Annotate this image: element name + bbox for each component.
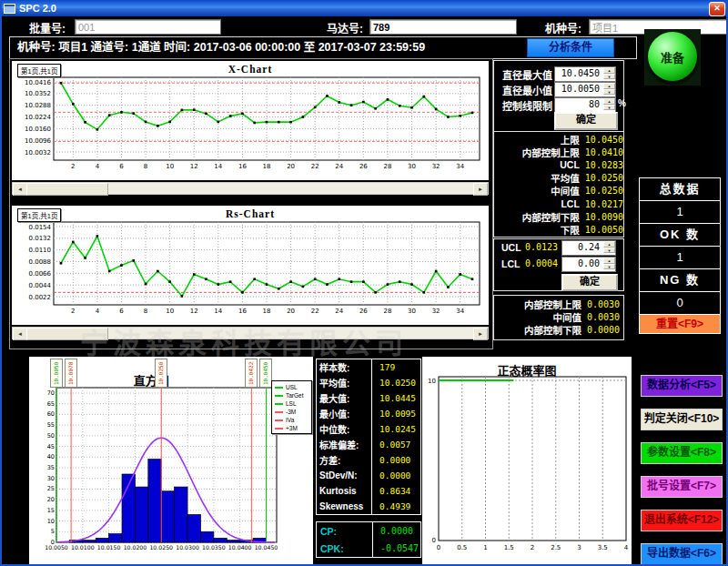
svg-text:10: 10: [166, 308, 174, 315]
svg-text:10.0096: 10.0096: [25, 137, 51, 145]
cp-row: CPK:-0.0547: [317, 540, 420, 557]
stat-row: 最大值:10.0445: [317, 390, 420, 406]
limits-panel: 上限10.0450内部控制上限10.0410UCL10.0283平均值10.02…: [493, 131, 624, 238]
spin-down-icon[interactable]: ▼: [603, 89, 615, 96]
svg-text:24: 24: [335, 163, 343, 170]
x-chart-scrollbar[interactable]: ◄ ►: [12, 182, 489, 195]
scroll-left-icon[interactable]: ◄: [13, 183, 27, 196]
svg-text:34: 34: [456, 163, 464, 170]
diameter-min-spinner[interactable]: ▲▼: [554, 82, 616, 97]
analysis-condition-button[interactable]: 分析条件: [527, 38, 614, 57]
spin-down-icon[interactable]: ▼: [603, 105, 615, 111]
svg-text:0.0066: 0.0066: [29, 270, 52, 278]
spin-down-icon[interactable]: ▼: [603, 264, 615, 270]
inner-control-panel: 内部控制上限0.0030中间值0.0030内部控制下限0.0000: [493, 295, 624, 340]
svg-text:1: 1: [483, 544, 487, 551]
ng-count-value: 0: [639, 291, 721, 315]
svg-text:34: 34: [456, 308, 464, 315]
legend-item: TarGet: [275, 391, 311, 399]
svg-text:10.0350: 10.0350: [202, 544, 226, 551]
side-button-6[interactable]: 导出数据<F6>: [641, 543, 723, 565]
control-charts-panel: 第1页,共1页 X-Chart 10.041610.035210.028810.…: [9, 58, 493, 349]
svg-text:26: 26: [359, 308, 368, 315]
svg-text:10: 10: [428, 378, 436, 385]
control-limit-spinner[interactable]: ▲▼: [554, 97, 616, 113]
limit-value: 10.0410: [580, 147, 623, 157]
motor-label: 马达号:: [327, 20, 363, 35]
inner-control-row: 内部控制上限0.0030: [494, 298, 623, 310]
stat-label: Skewness: [317, 499, 372, 514]
diameter-max-label: 直径最大值: [502, 67, 552, 82]
close-button[interactable]: ✕: [709, 2, 725, 16]
diameter-max-input[interactable]: [555, 67, 601, 79]
scroll-left-icon[interactable]: ◄: [13, 328, 27, 340]
ucl-label: UCL: [501, 242, 521, 253]
control-limit-input[interactable]: [555, 98, 601, 110]
inner-control-label: 内部控制下限: [494, 323, 581, 337]
svg-text:22: 22: [311, 163, 319, 170]
rs-chart-scrollbar[interactable]: ◄ ►: [12, 327, 489, 339]
side-button-1[interactable]: 数据分析<F5>: [641, 375, 723, 397]
stat-row: 样本数:179: [317, 359, 420, 375]
histogram-marker-10.0050: 10.0050: [50, 359, 63, 388]
ready-lamp-circle[interactable]: 准备: [648, 32, 697, 81]
inner-control-value: 0.0000: [581, 325, 620, 335]
side-button-5[interactable]: 退出系统<F12>: [641, 510, 723, 531]
svg-text:32: 32: [432, 308, 440, 315]
motor-input[interactable]: [369, 19, 517, 35]
scroll-right-icon[interactable]: ►: [473, 328, 488, 340]
svg-text:0.0044: 0.0044: [29, 282, 52, 289]
diameter-max-spinner[interactable]: ▲▼: [554, 66, 616, 82]
limit-row: 中间值10.0250: [494, 185, 623, 197]
ucl-spinner[interactable]: ▲▼: [561, 240, 616, 256]
ng-count-label: NG 数: [639, 268, 721, 292]
svg-text:45: 45: [47, 443, 55, 450]
side-button-3[interactable]: 参数设置<F8>: [641, 442, 723, 464]
legend-item: +3M: [275, 424, 311, 432]
svg-text:4: 4: [96, 308, 100, 315]
diameter-min-input[interactable]: [555, 83, 601, 95]
limit-value: 10.0250: [580, 186, 623, 196]
total-data-label: 总数据: [639, 177, 721, 201]
params-confirm-button[interactable]: 确定: [554, 112, 618, 130]
limit-row: 下限10.0050: [494, 223, 623, 236]
svg-text:10.0032: 10.0032: [25, 149, 51, 157]
stat-value: 0.0000: [372, 470, 410, 480]
stat-label: 最大值:: [317, 390, 372, 406]
svg-text:0.0154: 0.0154: [29, 224, 52, 231]
spin-down-icon[interactable]: ▼: [603, 248, 615, 254]
histogram-chart: 直方图 USLTarGetLSL-3MIVa+3M 05101520253035…: [29, 357, 313, 564]
stat-row: StDev/N:0.0000: [317, 468, 420, 483]
lcl-spin-input[interactable]: [562, 258, 601, 269]
x-chart-scroll-thumb[interactable]: [26, 183, 108, 196]
stat-label: 样本数:: [317, 359, 372, 375]
rs-chart-scroll-thumb[interactable]: [26, 328, 108, 340]
svg-text:12: 12: [190, 163, 198, 170]
side-button-2[interactable]: 判定关闭<F10>: [641, 409, 723, 430]
legend-swatch-icon: [275, 395, 283, 397]
reset-button[interactable]: 重置<F9>: [639, 314, 721, 334]
spin-down-icon[interactable]: ▼: [603, 74, 615, 80]
ok-count-label: OK 数: [639, 223, 721, 247]
svg-text:24: 24: [335, 308, 343, 315]
svg-text:10.0050: 10.0050: [45, 544, 68, 551]
limit-value: 10.0250: [580, 173, 623, 183]
batch-input[interactable]: [75, 19, 221, 35]
info-bar: 机种号: 项目1 通道号: 1通道 时间: 2017-03-06 00:00:0…: [9, 36, 637, 59]
stat-row: 标准偏差:0.0057: [317, 437, 420, 452]
lcl-spinner[interactable]: ▲▼: [561, 257, 616, 272]
limit-row: 内部控制下限10.0090: [494, 210, 623, 223]
ucl-confirm-button[interactable]: 确定: [561, 274, 618, 291]
side-button-4[interactable]: 批号设置<F7>: [641, 476, 723, 498]
svg-text:14: 14: [214, 308, 222, 315]
stat-label: 平均值:: [317, 375, 372, 390]
sample-stats-panel: 样本数:179平均值:10.0250最大值:10.0445最小值:10.0095…: [316, 359, 421, 515]
limit-row: 内部控制上限10.0410: [494, 146, 623, 158]
svg-text:0.0110: 0.0110: [29, 247, 52, 254]
scroll-right-icon[interactable]: ►: [473, 183, 488, 196]
ucl-spin-input[interactable]: [562, 241, 601, 253]
stat-row: Skewness0.4939: [317, 499, 420, 514]
title-bar: SPC 2.0 ✕: [0, 0, 728, 16]
control-limit-label: 控制线限制: [502, 98, 552, 113]
legend-item: LSL: [275, 399, 311, 408]
